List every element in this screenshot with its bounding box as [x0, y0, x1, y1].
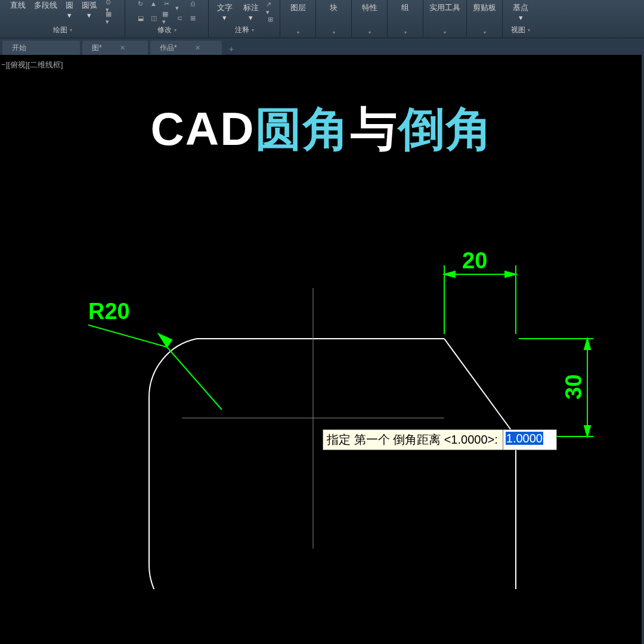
svg-marker-13 [444, 271, 455, 277]
command-prompt-label: 指定 第一个 倒角距离 <1.0000>: [323, 429, 503, 450]
svg-line-8 [88, 325, 167, 347]
svg-marker-18 [584, 339, 590, 349]
command-input[interactable]: 1.0000 [503, 429, 557, 450]
dim-vertical-label: 30 [561, 374, 586, 400]
cad-drawing: R20 20 30 [0, 0, 642, 589]
fillet-radius-label: R20 [88, 299, 130, 324]
svg-line-7 [167, 347, 222, 410]
svg-marker-19 [584, 426, 590, 436]
command-prompt: 指定 第一个 倒角距离 <1.0000>: 1.0000 [323, 429, 557, 450]
svg-marker-14 [505, 271, 516, 277]
svg-line-1 [444, 339, 516, 436]
dim-horizontal-label: 20 [462, 248, 487, 273]
